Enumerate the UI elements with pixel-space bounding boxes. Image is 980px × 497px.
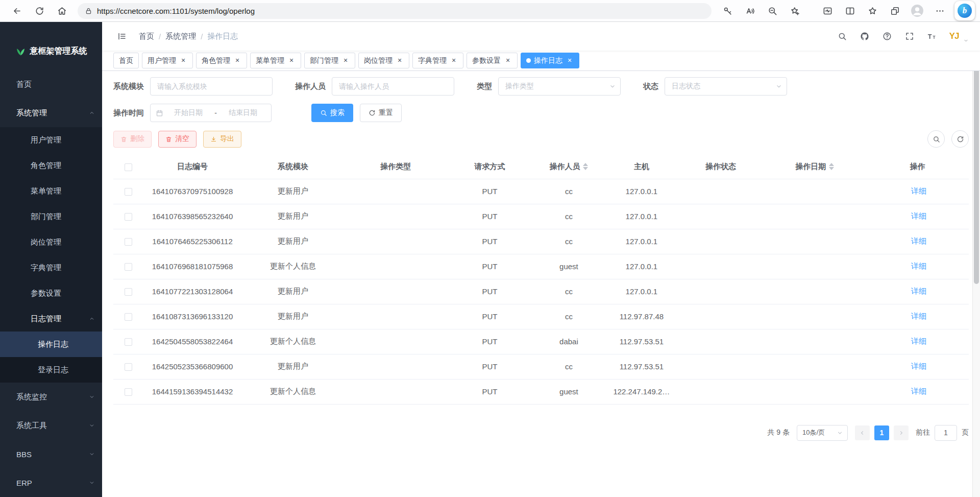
favorites-add-icon[interactable] bbox=[785, 2, 804, 19]
tab-param-settings[interactable]: 参数设置× bbox=[467, 53, 518, 68]
export-button[interactable]: 导出 bbox=[203, 131, 241, 148]
row-checkbox[interactable] bbox=[125, 263, 132, 271]
user-avatar-logo[interactable]: YJ bbox=[946, 29, 962, 44]
github-icon[interactable] bbox=[856, 28, 873, 45]
help-icon[interactable] bbox=[878, 28, 896, 45]
refresh-table-button[interactable] bbox=[951, 130, 969, 148]
font-size-icon[interactable]: TT bbox=[923, 28, 941, 45]
detail-link[interactable]: 详细 bbox=[909, 211, 926, 221]
next-page-button[interactable] bbox=[894, 425, 909, 440]
tab-dict-management[interactable]: 字典管理× bbox=[412, 53, 463, 68]
close-icon[interactable]: × bbox=[341, 57, 350, 65]
search-icon[interactable] bbox=[834, 28, 851, 45]
address-bar[interactable]: https://ccnetcore.com:1101/system/log/op… bbox=[78, 3, 712, 19]
sidebar-item-department-management[interactable]: 部门管理 bbox=[0, 204, 102, 229]
operator-input[interactable] bbox=[332, 77, 454, 96]
favorites-icon[interactable] bbox=[863, 2, 882, 19]
sidebar-item-log-management[interactable]: 日志管理 bbox=[0, 306, 102, 332]
sidebar-item-param-settings[interactable]: 参数设置 bbox=[0, 280, 102, 306]
close-icon[interactable]: × bbox=[179, 57, 187, 65]
page-size-select[interactable]: 10条/页 bbox=[797, 425, 848, 441]
row-checkbox[interactable] bbox=[125, 338, 132, 346]
detail-link[interactable]: 详细 bbox=[909, 186, 926, 196]
close-icon[interactable]: × bbox=[287, 57, 296, 65]
search-button[interactable]: 搜索 bbox=[311, 104, 353, 122]
sidebar-item-system-tools[interactable]: 系统工具 bbox=[0, 411, 102, 440]
split-screen-icon[interactable] bbox=[840, 2, 860, 19]
module-input[interactable] bbox=[150, 77, 273, 96]
fullscreen-icon[interactable] bbox=[901, 28, 918, 45]
detail-link[interactable]: 详细 bbox=[909, 337, 926, 346]
column-header[interactable]: 操作日期 bbox=[764, 155, 866, 179]
row-checkbox[interactable] bbox=[125, 363, 132, 371]
goto-page-input[interactable] bbox=[935, 425, 957, 441]
delete-button[interactable]: 删除 bbox=[113, 131, 152, 148]
sidebar-item-menu-management[interactable]: 菜单管理 bbox=[0, 178, 102, 204]
sort-icon[interactable] bbox=[583, 163, 588, 170]
detail-link[interactable]: 详细 bbox=[909, 262, 926, 271]
date-range-picker[interactable]: 开始日期 - 结束日期 bbox=[150, 104, 272, 122]
sidebar-item-login-log[interactable]: 登录日志 bbox=[0, 357, 102, 383]
status-select[interactable]: 日志状态 bbox=[665, 77, 787, 96]
password-key-icon[interactable] bbox=[718, 2, 737, 19]
sidebar-item-operation-log[interactable]: 操作日志 bbox=[0, 332, 102, 357]
breadcrumb-home[interactable]: 首页 bbox=[139, 32, 154, 41]
sidebar-toggle-icon[interactable] bbox=[113, 28, 131, 45]
sidebar-item-erp[interactable]: ERP bbox=[0, 468, 102, 497]
more-options-icon[interactable] bbox=[930, 2, 949, 19]
tab-user-management[interactable]: 用户管理× bbox=[142, 53, 193, 68]
breadcrumb-system-management[interactable]: 系统管理 bbox=[165, 32, 196, 41]
read-aloud-icon[interactable] bbox=[740, 2, 760, 19]
row-checkbox[interactable] bbox=[125, 388, 132, 396]
profile-avatar[interactable] bbox=[908, 2, 927, 19]
close-icon[interactable]: × bbox=[396, 57, 404, 65]
tab-department-management[interactable]: 部门管理× bbox=[304, 53, 355, 68]
url-text[interactable]: https://ccnetcore.com:1101/system/log/op… bbox=[97, 7, 255, 15]
tab-home[interactable]: 首页 bbox=[113, 53, 139, 68]
clear-button[interactable]: 清空 bbox=[158, 131, 197, 148]
bing-badge[interactable]: b bbox=[954, 1, 975, 20]
refresh-page-button[interactable] bbox=[30, 2, 49, 19]
sidebar-item-home[interactable]: 首页 bbox=[0, 70, 102, 99]
browser-home-button[interactable] bbox=[52, 2, 71, 19]
chevron-down-icon[interactable] bbox=[963, 38, 969, 45]
detail-link[interactable]: 详细 bbox=[909, 387, 926, 396]
tab-role-management[interactable]: 角色管理× bbox=[196, 53, 247, 68]
prev-page-button[interactable] bbox=[855, 425, 870, 440]
detail-link[interactable]: 详细 bbox=[909, 287, 926, 296]
row-checkbox[interactable] bbox=[125, 213, 132, 221]
row-checkbox[interactable] bbox=[125, 288, 132, 296]
sidebar-item-dict-management[interactable]: 字典管理 bbox=[0, 255, 102, 280]
type-select[interactable]: 操作类型 bbox=[498, 77, 621, 96]
detail-link[interactable]: 详细 bbox=[909, 362, 926, 371]
back-button[interactable] bbox=[7, 2, 27, 19]
toggle-search-button[interactable] bbox=[927, 130, 945, 148]
row-checkbox[interactable] bbox=[125, 313, 132, 321]
sidebar-item-post-management[interactable]: 岗位管理 bbox=[0, 229, 102, 255]
close-icon[interactable]: × bbox=[450, 57, 458, 65]
select-all-checkbox[interactable] bbox=[125, 163, 132, 171]
row-checkbox[interactable] bbox=[125, 238, 132, 246]
detail-link[interactable]: 详细 bbox=[909, 312, 926, 321]
sidebar-item-system-management[interactable]: 系统管理 bbox=[0, 99, 102, 127]
page-scrollbar[interactable] bbox=[972, 22, 980, 497]
browser-essentials-icon[interactable] bbox=[818, 2, 837, 19]
end-date-placeholder[interactable]: 结束日期 bbox=[220, 108, 266, 117]
column-header[interactable]: 操作人员 bbox=[532, 155, 605, 179]
page-1-button[interactable]: 1 bbox=[874, 425, 889, 440]
start-date-placeholder[interactable]: 开始日期 bbox=[165, 108, 211, 117]
close-icon[interactable]: × bbox=[566, 57, 574, 65]
close-icon[interactable]: × bbox=[233, 57, 241, 65]
sidebar-item-bbs[interactable]: BBS bbox=[0, 440, 102, 468]
tab-post-management[interactable]: 岗位管理× bbox=[358, 53, 409, 68]
row-checkbox[interactable] bbox=[125, 188, 132, 196]
sidebar-item-user-management[interactable]: 用户管理 bbox=[0, 127, 102, 153]
sort-icon[interactable] bbox=[829, 163, 834, 170]
reset-button[interactable]: 重置 bbox=[360, 104, 402, 122]
collections-icon[interactable] bbox=[885, 2, 904, 19]
zoom-out-icon[interactable] bbox=[763, 2, 782, 19]
tab-menu-management[interactable]: 菜单管理× bbox=[250, 53, 301, 68]
close-icon[interactable]: × bbox=[504, 57, 512, 65]
detail-link[interactable]: 详细 bbox=[909, 236, 926, 246]
tab-operation-log[interactable]: 操作日志× bbox=[521, 53, 579, 68]
